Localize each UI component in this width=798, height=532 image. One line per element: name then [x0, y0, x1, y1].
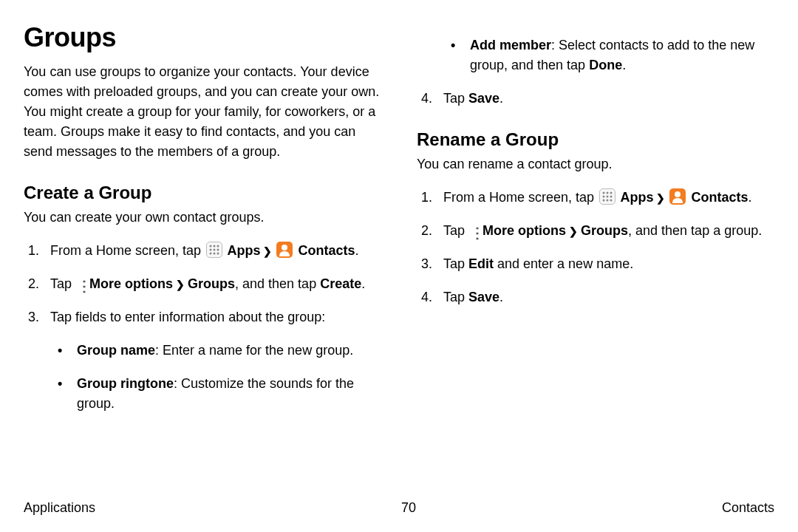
groups-label: Groups — [581, 223, 628, 238]
footer-left: Applications — [24, 500, 95, 516]
step-end: , and then tap a group. — [628, 223, 762, 238]
svg-point-0 — [210, 245, 212, 248]
step-text: Tap — [50, 276, 75, 291]
footer-page-number: 70 — [401, 500, 416, 516]
svg-point-10 — [603, 192, 605, 194]
right-column: Add member: Select contacts to add to th… — [417, 22, 774, 414]
more-options-label: More options — [86, 276, 173, 291]
svg-point-5 — [217, 249, 219, 251]
bullet-end: . — [622, 58, 626, 72]
step-end: . — [355, 243, 358, 258]
svg-point-17 — [607, 200, 609, 202]
save-label: Save — [468, 290, 499, 304]
svg-point-19 — [675, 191, 681, 197]
contacts-label: Contacts — [687, 190, 748, 205]
step-end: . — [499, 91, 503, 106]
svg-point-15 — [610, 196, 613, 198]
svg-point-14 — [607, 196, 609, 198]
step-1: From a Home screen, tap Apps❯ Contacts. — [24, 241, 381, 261]
rename-group-steps: From a Home screen, tap Apps❯ Contacts. … — [417, 188, 774, 307]
create-group-subtitle: You can create your own contact groups. — [24, 208, 381, 228]
more-options-label: More options — [479, 223, 566, 238]
contacts-icon — [276, 242, 293, 258]
svg-point-12 — [610, 192, 613, 194]
rename-group-heading: Rename a Group — [417, 129, 774, 150]
bullet-label: Add member — [470, 38, 551, 52]
page-footer: Applications 70 Contacts — [24, 500, 774, 516]
step-end: . — [748, 190, 751, 205]
more-options-icon — [470, 223, 477, 238]
page-title: Groups — [24, 22, 381, 53]
step-text: Tap — [443, 91, 468, 106]
step-3-bullets: Group name: Enter a name for the new gro… — [50, 341, 381, 414]
intro-paragraph: You can use groups to organize your cont… — [24, 62, 381, 162]
apps-icon — [599, 188, 615, 205]
svg-point-18 — [610, 200, 613, 202]
svg-point-11 — [607, 192, 609, 194]
step-4: Tap Save. — [417, 89, 774, 109]
step-text: , and then tap — [235, 276, 320, 291]
chevron-right-icon: ❯ — [656, 192, 665, 204]
chevron-right-icon: ❯ — [263, 245, 272, 257]
svg-point-7 — [214, 253, 216, 255]
contacts-icon — [669, 188, 686, 205]
svg-point-6 — [210, 253, 212, 255]
create-group-steps-continued: Tap Save. — [417, 89, 774, 109]
svg-point-16 — [603, 200, 605, 202]
save-label: Save — [468, 91, 499, 106]
rename-step-3: Tap Edit and enter a new name. — [417, 254, 774, 274]
svg-point-13 — [603, 196, 605, 198]
svg-point-1 — [214, 245, 216, 248]
done-label: Done — [589, 58, 622, 72]
rename-group-subtitle: You can rename a contact group. — [417, 154, 774, 174]
svg-point-8 — [217, 253, 219, 255]
step-3-bullets-continued: Add member: Select contacts to add to th… — [417, 35, 774, 75]
edit-label: Edit — [468, 256, 494, 271]
groups-label: Groups — [188, 276, 235, 291]
step-text: From a Home screen, tap — [443, 190, 598, 205]
create-group-heading: Create a Group — [24, 183, 381, 203]
step-end: . — [499, 290, 503, 304]
create-label: Create — [320, 276, 361, 291]
create-group-steps: From a Home screen, tap Apps❯ Contacts. … — [24, 241, 381, 414]
step-text: From a Home screen, tap — [50, 243, 205, 258]
step-3: Tap fields to enter information about th… — [24, 307, 381, 414]
step-2: Tap More options❯Groups, and then tap Cr… — [24, 274, 381, 294]
left-column: Groups You can use groups to organize yo… — [24, 22, 381, 414]
step-text: Tap fields to enter information about th… — [50, 310, 325, 324]
content-columns: Groups You can use groups to organize yo… — [24, 22, 774, 414]
svg-point-9 — [282, 245, 287, 250]
rename-step-1: From a Home screen, tap Apps❯ Contacts. — [417, 188, 774, 208]
bullet-add-member: Add member: Select contacts to add to th… — [443, 35, 774, 75]
bullet-label: Group name — [77, 343, 155, 358]
bullet-group-name: Group name: Enter a name for the new gro… — [50, 341, 381, 361]
apps-icon — [206, 242, 222, 258]
chevron-right-icon: ❯ — [176, 279, 185, 290]
step-text: Tap — [443, 290, 468, 304]
step-end: . — [361, 276, 365, 291]
svg-point-4 — [214, 249, 216, 251]
svg-point-3 — [210, 249, 212, 251]
rename-step-2: Tap More options❯Groups, and then tap a … — [417, 221, 774, 241]
step-text: Tap — [443, 256, 468, 271]
step-end: and enter a new name. — [494, 256, 633, 271]
rename-step-4: Tap Save. — [417, 287, 774, 307]
chevron-right-icon: ❯ — [569, 225, 578, 237]
footer-right: Contacts — [722, 500, 774, 516]
apps-label: Apps — [617, 190, 653, 205]
svg-point-2 — [217, 245, 219, 248]
bullet-group-ringtone: Group ringtone: Customize the sounds for… — [50, 374, 381, 414]
contacts-label: Contacts — [294, 243, 355, 258]
apps-label: Apps — [224, 243, 260, 258]
step-text: Tap — [443, 223, 468, 238]
more-options-icon — [77, 276, 84, 291]
bullet-text: : Enter a name for the new group. — [155, 343, 353, 358]
bullet-label: Group ringtone — [77, 376, 174, 391]
